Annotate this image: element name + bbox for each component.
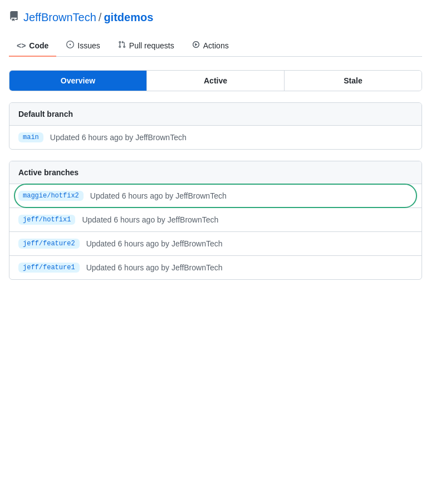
repo-name: gitdemos xyxy=(104,11,153,23)
branch-row-maggie-hotfix2: maggie/hotfix2 Updated 6 hours ago by Je… xyxy=(9,184,422,208)
default-branch-row: main Updated 6 hours ago by JeffBrownTec… xyxy=(9,126,422,149)
active-branches-section: Active branches maggie/hotfix2 Updated 6… xyxy=(9,161,422,280)
tab-actions-label: Actions xyxy=(203,41,229,50)
branch-badge-jeff-feature1[interactable]: jeff/feature1 xyxy=(18,263,80,273)
repo-separator: / xyxy=(99,11,102,23)
tab-pullrequests[interactable]: Pull requests xyxy=(110,35,182,57)
issues-icon xyxy=(66,41,74,50)
branch-badge-maggie-hotfix2[interactable]: maggie/hotfix2 xyxy=(18,191,84,201)
svg-marker-1 xyxy=(195,43,197,46)
default-branch-section: Default branch main Updated 6 hours ago … xyxy=(9,102,422,150)
tab-actions[interactable]: Actions xyxy=(184,35,237,57)
tab-code-label: Code xyxy=(29,41,48,50)
branch-meta-jeff-feature1: Updated 6 hours ago by JeffBrownTech xyxy=(86,263,223,272)
default-branch-badge[interactable]: main xyxy=(18,132,43,142)
branch-meta-maggie-hotfix2: Updated 6 hours ago by JeffBrownTech xyxy=(90,191,227,200)
branch-row-jeff-feature1: jeff/feature1 Updated 6 hours ago by Jef… xyxy=(9,256,422,279)
default-branch-header: Default branch xyxy=(9,103,422,126)
branch-tab-stale[interactable]: Stale xyxy=(285,71,422,91)
branch-row-jeff-hotfix1: jeff/hotfix1 Updated 6 hours ago by Jeff… xyxy=(9,208,422,232)
branch-tab-active[interactable]: Active xyxy=(147,71,285,91)
branch-tab-overview[interactable]: Overview xyxy=(9,71,147,91)
tab-code[interactable]: <> Code xyxy=(9,36,56,57)
actions-icon xyxy=(192,41,200,50)
branch-meta-jeff-hotfix1: Updated 6 hours ago by JeffBrownTech xyxy=(82,215,218,224)
branch-meta-jeff-feature2: Updated 6 hours ago by JeffBrownTech xyxy=(86,239,223,248)
tab-issues-label: Issues xyxy=(77,41,100,50)
branch-badge-jeff-feature2[interactable]: jeff/feature2 xyxy=(18,239,80,249)
repo-owner: JeffBrownTech xyxy=(23,11,96,23)
tab-issues[interactable]: Issues xyxy=(58,35,107,57)
repo-header: JeffBrownTech/gitdemos xyxy=(9,11,422,24)
tab-pullrequests-label: Pull requests xyxy=(129,41,174,50)
branch-view-tabs: Overview Active Stale xyxy=(9,70,422,91)
code-icon: <> xyxy=(17,41,26,50)
page-container: JeffBrownTech/gitdemos <> Code Issues Pu… xyxy=(0,0,431,302)
active-branches-header: Active branches xyxy=(9,161,422,184)
pullrequest-icon xyxy=(118,41,126,50)
branch-row-jeff-feature2: jeff/feature2 Updated 6 hours ago by Jef… xyxy=(9,232,422,256)
nav-tabs: <> Code Issues Pull requests Actions xyxy=(9,35,422,57)
repo-icon xyxy=(9,11,19,24)
default-branch-meta: Updated 6 hours ago by JeffBrownTech xyxy=(50,133,187,142)
branch-badge-jeff-hotfix1[interactable]: jeff/hotfix1 xyxy=(18,215,75,225)
repo-title[interactable]: JeffBrownTech/gitdemos xyxy=(23,11,153,24)
